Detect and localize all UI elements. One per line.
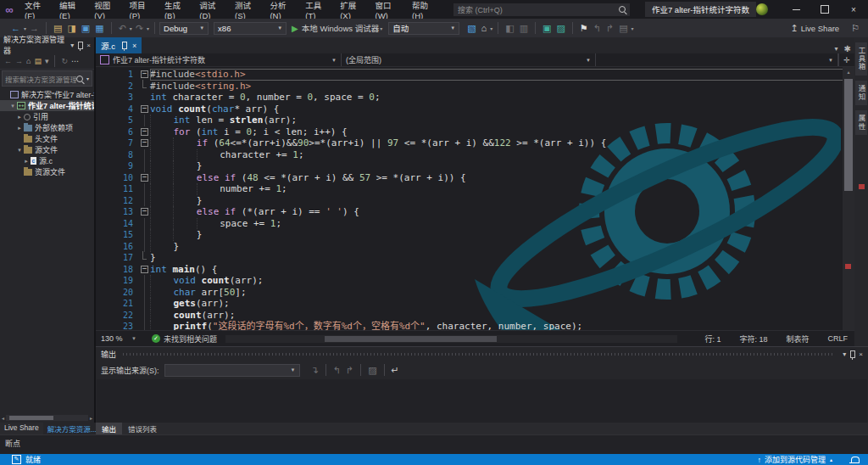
close-icon[interactable]: × <box>86 42 91 49</box>
vertical-scrollbar[interactable]: ▴ <box>843 67 854 330</box>
scroll-left-icon[interactable]: ◂ <box>2 415 4 421</box>
navigate-back-icon[interactable]: ← <box>11 23 20 33</box>
tree-item-folder-ext[interactable]: ▸外部依赖项 <box>0 122 94 133</box>
scrollbar-thumb[interactable] <box>844 79 853 191</box>
undo-icon[interactable]: ↶ <box>119 23 126 34</box>
fold-collapse-icon[interactable]: − <box>141 139 148 147</box>
expand-icon[interactable]: ▸ <box>16 114 23 120</box>
maximize-button[interactable] <box>810 0 839 19</box>
code-text[interactable]: } <box>150 195 854 207</box>
switch-views-dropdown-icon[interactable]: ▾ <box>45 57 49 65</box>
code-text[interactable]: #include<string.h> <box>150 81 854 92</box>
feedback-icon[interactable]: ⚐ <box>851 23 860 34</box>
expand-icon[interactable]: ▸ <box>23 158 30 165</box>
fold-margin[interactable]: − <box>139 126 150 138</box>
menu-item-5[interactable]: 生成(B) <box>159 0 193 20</box>
account-avatar[interactable] <box>756 3 768 15</box>
code-text[interactable]: char arr[50]; <box>150 287 854 299</box>
fold-margin[interactable]: − <box>139 69 150 81</box>
collapse-icon[interactable]: ▾ <box>16 147 23 154</box>
pin-icon[interactable] <box>122 42 127 49</box>
fold-collapse-icon[interactable]: − <box>141 128 148 136</box>
fold-collapse-icon[interactable]: − <box>141 174 148 182</box>
close-icon[interactable]: × <box>859 350 863 358</box>
code-text[interactable]: } <box>150 252 854 264</box>
startup-item-dropdown-icon[interactable]: ▾ <box>490 25 492 31</box>
switch-views-icon[interactable]: ▤ <box>34 57 42 65</box>
gear-icon[interactable]: ✱ <box>844 44 851 53</box>
split-window-button[interactable]: ✛ <box>838 53 854 66</box>
code-text[interactable]: number += 1; <box>150 183 854 195</box>
menu-item-10[interactable]: 扩展(X) <box>334 0 369 20</box>
add-to-source-control-button[interactable]: 添加到源代码管理 <box>765 454 826 465</box>
chevron-down-icon[interactable]: ▾ <box>835 45 838 53</box>
navigate-forward-icon[interactable]: → <box>15 57 23 65</box>
bookmark-icon[interactable]: ⚑ <box>580 23 588 34</box>
find-message-icon[interactable]: ↴ <box>311 365 319 376</box>
collapse-icon[interactable]: ▾ <box>9 103 16 109</box>
code-text[interactable]: int main() { <box>150 264 854 276</box>
chevron-down-icon[interactable]: ▾ <box>70 42 74 49</box>
solution-search-input[interactable]: 搜索解决方案资源管理 ▾ <box>2 70 92 87</box>
fold-collapse-icon[interactable]: − <box>141 266 148 273</box>
navigate-back-icon[interactable]: ← <box>4 57 12 65</box>
redo-dropdown-icon[interactable]: ▾ <box>147 25 149 31</box>
menu-item-1[interactable]: 文件(F) <box>19 0 53 20</box>
code-text[interactable]: } <box>150 241 854 253</box>
document-tab[interactable]: 源.c × <box>96 37 142 53</box>
startup-item-icon[interactable]: ⌂ <box>481 23 487 33</box>
save-icon[interactable]: ▣ <box>81 23 90 34</box>
scrollbar-thumb[interactable] <box>325 336 497 342</box>
fold-margin[interactable]: − <box>139 206 150 218</box>
code-text[interactable]: void count(arr); <box>150 275 854 287</box>
fold-collapse-icon[interactable]: − <box>141 208 148 216</box>
tree-item-solution[interactable]: 解决方案"作业7 alter-指 <box>0 89 94 100</box>
navigate-back-dropdown-icon[interactable]: ▾ <box>24 25 26 31</box>
fold-margin[interactable]: − <box>139 264 150 276</box>
redo-icon[interactable]: ↷ <box>136 23 143 34</box>
dock-tab-1[interactable]: Live Share <box>0 423 43 433</box>
minimize-button[interactable] <box>782 0 810 19</box>
check-out-icon[interactable]: ▨ <box>556 23 565 34</box>
menu-item-4[interactable]: 项目(P) <box>124 0 159 20</box>
auto-select[interactable]: 自动▼ <box>388 22 459 35</box>
scroll-up-icon[interactable]: ▴ <box>843 69 854 75</box>
next-bookmark-icon[interactable]: ↱ <box>606 23 614 34</box>
bookmark-window-dropdown-icon[interactable]: ▾ <box>632 25 634 31</box>
attach-to-process-icon[interactable]: ▧ <box>467 23 476 34</box>
prev-message-icon[interactable]: ↰ <box>333 365 341 376</box>
check-in-icon[interactable]: ▣ <box>542 23 551 34</box>
code-text[interactable]: printf("这段话的字母有%d个，数字有%d个，空格有%d个", chara… <box>150 321 854 330</box>
pin-icon[interactable] <box>850 350 855 358</box>
close-button[interactable]: × <box>839 0 868 19</box>
zoom-select[interactable]: 130 % ▼ <box>97 333 140 345</box>
quick-search-input[interactable]: 搜索 (Ctrl+Q) <box>453 3 630 16</box>
close-icon[interactable]: × <box>132 42 136 50</box>
breadcrumb-scope-dropdown[interactable]: (全局范围) ▼ <box>342 53 596 66</box>
code-text[interactable]: space += 1; <box>150 218 854 230</box>
output-text-area[interactable] <box>97 379 867 423</box>
fold-collapse-icon[interactable]: − <box>141 105 148 113</box>
sync-with-active-document-icon[interactable]: ↻ <box>61 57 68 65</box>
drag-grip[interactable] <box>123 353 832 356</box>
debug-configuration-select[interactable]: Debug▼ <box>159 22 209 35</box>
horizontal-scrollbar[interactable]: ◂ ▸ <box>0 413 94 423</box>
prev-bookmark-icon[interactable]: ↰ <box>593 23 601 34</box>
tree-item-file-c[interactable]: ▸c源.c <box>0 155 94 166</box>
code-text[interactable]: } <box>150 160 854 172</box>
fold-margin[interactable]: − <box>139 172 150 184</box>
bookmark-window-icon[interactable]: ▤ <box>619 23 627 34</box>
code-text[interactable]: int len = strlen(arr); <box>150 115 854 126</box>
menu-item-11[interactable]: 窗口(W) <box>369 0 406 20</box>
fold-collapse-icon[interactable]: − <box>141 70 148 78</box>
code-text[interactable]: for (int i = 0; i < len; i++) { <box>150 126 854 138</box>
breadcrumb-project-dropdown[interactable]: 作业7 alter-指针统计字符数 ▼ <box>96 53 342 66</box>
next-message-icon[interactable]: ↱ <box>346 365 353 376</box>
platform-select[interactable]: x86▼ <box>214 22 287 35</box>
open-file-icon[interactable]: ◨ <box>67 23 75 34</box>
dock-tab-2[interactable]: 解决方案资源... <box>43 423 101 434</box>
breadcrumb-member-dropdown[interactable]: ▼ <box>596 53 838 66</box>
code-editor[interactable]: 1−#include<stdio.h>2#include<string.h>3i… <box>96 67 854 330</box>
pin-icon[interactable] <box>78 42 83 49</box>
code-text[interactable]: void count(char* arr) { <box>150 104 854 115</box>
